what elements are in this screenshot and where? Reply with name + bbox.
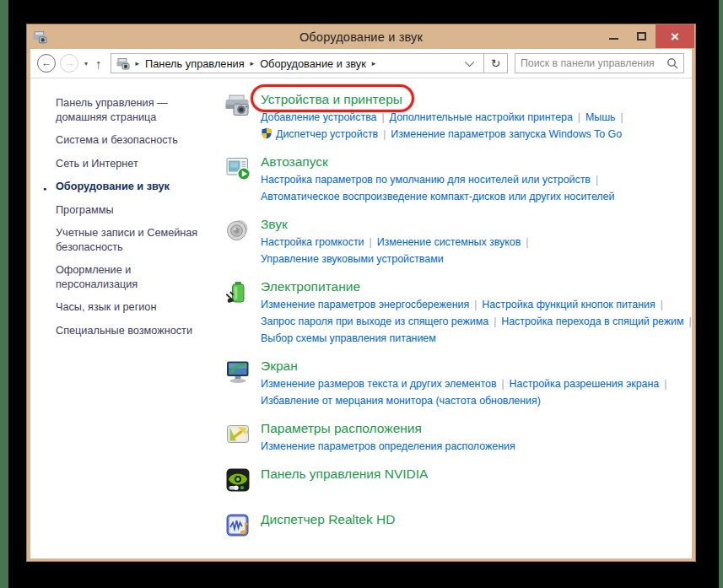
window-title: Оборудование и звук	[27, 30, 695, 44]
desktop-edge-left	[0, 0, 8, 588]
task-link[interactable]: Запрос пароля при выходе из спящего режи…	[261, 316, 488, 327]
section-body: ЭкранИзменение размеров текста и других …	[261, 357, 672, 408]
task-link[interactable]: Изменение параметров определения располо…	[261, 440, 515, 452]
search-input[interactable]	[521, 57, 666, 69]
link-separator: |	[689, 316, 692, 327]
address-bar[interactable]: ▸Панель управления▸Оборудование и звук▸	[111, 53, 484, 73]
link-separator: |	[501, 378, 504, 390]
task-link-row: Диспетчер устройств|Изменение параметров…	[261, 127, 629, 142]
task-link[interactable]: Настройка громкости	[261, 236, 364, 248]
close-button[interactable]: ×	[656, 24, 694, 48]
link-separator: |	[578, 111, 580, 123]
location-icon[interactable]	[224, 420, 252, 449]
link-separator: |	[621, 111, 623, 123]
task-link[interactable]: Изменение системных звуков	[377, 236, 521, 248]
section-body: Параметры расположенияИзменение параметр…	[261, 419, 515, 454]
task-link[interactable]: Выбор схемы управления питанием	[261, 332, 436, 344]
sound-icon[interactable]	[224, 216, 252, 245]
link-separator: |	[596, 174, 598, 186]
task-link-row: Управление звуковыми устройствами	[261, 251, 533, 267]
breadcrumb: ▸Панель управления▸Оборудование и звук▸	[116, 57, 382, 71]
category-section: Диспетчер Realtek HD	[224, 510, 692, 540]
refresh-button[interactable]: ↻	[484, 53, 508, 73]
task-link[interactable]: Диспетчер устройств	[261, 128, 378, 140]
address-dropdown-icon[interactable]	[465, 57, 474, 67]
task-link-row: Изменение размеров текста и других элеме…	[261, 376, 672, 391]
sidebar-item[interactable]: Оборудование и звук	[56, 180, 201, 194]
nvidia-icon[interactable]	[224, 466, 252, 494]
sidebar-item[interactable]: Учетные записи и Семейная безопасность	[56, 226, 201, 254]
section-body: ЗвукНастройка громкости|Изменение систем…	[261, 215, 533, 267]
section-body: Устройства и принтерыДобавление устройст…	[261, 90, 629, 142]
task-link[interactable]: Добавление устройства	[261, 111, 376, 123]
link-separator: |	[526, 236, 528, 248]
category-section: ЭкранИзменение размеров текста и других …	[224, 357, 692, 408]
link-separator: |	[661, 299, 663, 310]
section-title[interactable]: Устройства и принтеры	[261, 90, 402, 108]
section-title[interactable]: Параметры расположения	[261, 419, 422, 437]
breadcrumb-item[interactable]: Панель управления	[145, 57, 245, 70]
devices-printers-icon[interactable]	[224, 91, 252, 120]
task-link-row: Настройка параметров по умолчанию для но…	[261, 172, 614, 187]
task-link[interactable]: Изменение параметров энергосбережения	[261, 299, 469, 310]
task-link-row: Автоматическое воспроизведение компакт-д…	[261, 189, 614, 204]
task-link[interactable]: Дополнительные настройки принтера	[390, 111, 573, 123]
maximize-button[interactable]	[628, 24, 656, 48]
navigation-toolbar: ← → ▾ ↑ ▸Панель управления▸Оборудование …	[30, 49, 692, 78]
sidebar-item[interactable]: Специальные возможности	[56, 324, 201, 338]
category-section: АвтозапускНастройка параметров по умолча…	[224, 153, 692, 204]
task-link-row: Избавление от мерцания монитора (частота…	[261, 393, 672, 408]
task-link[interactable]: Автоматическое воспроизведение компакт-д…	[261, 191, 614, 202]
forward-button[interactable]: →	[60, 54, 78, 73]
section-title[interactable]: Электропитание	[261, 278, 360, 295]
minimize-button[interactable]	[600, 24, 628, 48]
section-title[interactable]: Панель управления NVIDIA	[261, 465, 428, 483]
task-link-row: Настройка громкости|Изменение системных …	[261, 235, 533, 250]
section-title[interactable]: Автозапуск	[261, 153, 328, 170]
task-link[interactable]: Настройка разрешения экрана	[510, 378, 660, 390]
autoplay-icon[interactable]	[224, 154, 252, 182]
category-section: Устройства и принтерыДобавление устройст…	[224, 90, 692, 142]
power-icon[interactable]	[224, 278, 252, 307]
task-link[interactable]: Настройка параметров по умолчанию для но…	[261, 174, 591, 186]
window-controls: ×	[600, 24, 694, 48]
section-title[interactable]: Экран	[261, 357, 298, 375]
task-link[interactable]: Мышь	[585, 111, 616, 123]
task-link[interactable]: Изменение параметров запуска Windows To …	[391, 128, 622, 140]
back-button[interactable]: ←	[37, 54, 56, 73]
task-link[interactable]: Настройка функций кнопок питания	[482, 299, 656, 310]
recent-pages-dropdown-icon[interactable]: ▾	[84, 60, 88, 67]
control-panel-window: Оборудование и звук × ← → ▾ ↑ ▸Панель уп…	[26, 24, 696, 562]
task-link[interactable]: Избавление от мерцания монитора (частота…	[261, 395, 541, 407]
category-section: ЭлектропитаниеИзменение параметров энерг…	[224, 278, 692, 346]
sidebar-item[interactable]: Панель управления — домашняя страница	[56, 96, 201, 124]
breadcrumb-location-icon	[116, 57, 130, 71]
section-title[interactable]: Звук	[261, 215, 288, 233]
sidebar-item[interactable]: Оформление и персонализация	[56, 263, 201, 291]
task-link-row: Изменение параметров определения располо…	[261, 439, 515, 454]
task-link[interactable]: Изменение размеров текста и других элеме…	[261, 378, 496, 390]
link-separator: |	[383, 128, 386, 140]
breadcrumb-arrow-icon[interactable]: ▸	[136, 59, 140, 67]
realtek-icon[interactable]	[224, 511, 252, 540]
category-section: Параметры расположенияИзменение параметр…	[224, 419, 692, 454]
category-section: Панель управления NVIDIA	[224, 465, 692, 494]
task-link-row: Запрос пароля при выходе из спящего режи…	[261, 314, 692, 329]
display-icon[interactable]	[224, 358, 252, 386]
up-button[interactable]: ↑	[95, 57, 102, 71]
minimize-icon	[609, 38, 618, 40]
breadcrumb-arrow-icon[interactable]: ▸	[251, 59, 255, 67]
sidebar-item[interactable]: Программы	[56, 203, 201, 218]
task-link-row: Изменение параметров энергосбережения|На…	[261, 297, 692, 312]
sidebar-item[interactable]: Система и безопасность	[56, 133, 201, 148]
sidebar-item[interactable]: Часы, язык и регион	[56, 300, 201, 315]
task-link[interactable]: Управление звуковыми устройствами	[261, 253, 444, 265]
breadcrumb-item[interactable]: Оборудование и звук	[260, 57, 366, 70]
task-link[interactable]: Настройка перехода в спящий режим	[501, 316, 683, 327]
search-icon[interactable]	[666, 57, 678, 69]
sidebar-item[interactable]: Сеть и Интернет	[56, 157, 201, 171]
breadcrumb-arrow-icon[interactable]: ▸	[372, 59, 376, 67]
section-title[interactable]: Диспетчер Realtek HD	[261, 510, 395, 528]
section-body: АвтозапускНастройка параметров по умолча…	[261, 153, 614, 204]
content-area: Панель управления — домашняя страницаСис…	[30, 78, 692, 558]
